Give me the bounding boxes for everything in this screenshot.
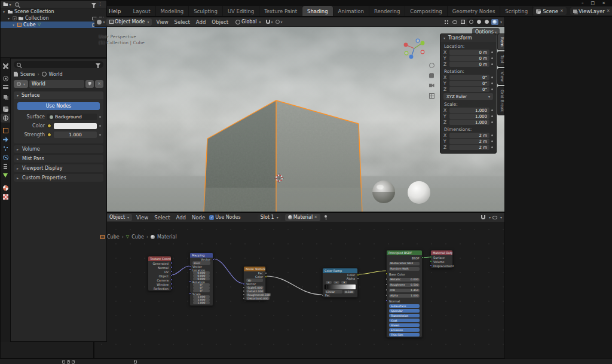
overlays-dropdown-icon[interactable]: ▾ (500, 215, 502, 219)
input-socket[interactable] (243, 283, 245, 285)
node-subpanel[interactable]: Thin Film (389, 333, 420, 337)
maximize-button[interactable]: □ (591, 1, 595, 5)
outliner-row-cube[interactable]: ▾ Cube ▽ (1, 22, 106, 28)
input-socket[interactable] (243, 286, 245, 289)
viewport-menu[interactable]: Add (193, 19, 209, 25)
show-gizmo-icon[interactable] (442, 19, 451, 26)
decorator-dot[interactable] (491, 115, 493, 117)
input-socket[interactable] (189, 265, 191, 268)
node-subpanel[interactable]: Coat (389, 319, 420, 322)
dimension-field[interactable]: 2 m (449, 139, 489, 144)
node-subpanel[interactable]: Emission (389, 328, 420, 332)
ortho-grid-icon[interactable] (427, 91, 436, 100)
tab-scene[interactable] (1, 105, 10, 114)
decorator-dot[interactable] (491, 63, 493, 65)
input-socket[interactable] (243, 290, 245, 292)
input-socket[interactable] (322, 294, 324, 296)
viewport-menu[interactable]: Object (209, 19, 231, 25)
color-ramp-gradient[interactable] (325, 285, 356, 289)
tab-particles[interactable] (1, 144, 10, 153)
workspace-tab[interactable]: Rendering (369, 6, 405, 16)
shader-editor-menu[interactable]: Select (151, 215, 173, 221)
location-field[interactable]: 0 m (449, 62, 489, 67)
dimension-field[interactable]: 2 m (449, 145, 489, 150)
output-socket[interactable] (357, 277, 359, 280)
shader-type-dropdown[interactable]: Object▾ (106, 214, 132, 221)
outliner-row-scene-collection[interactable]: ▾ Scene Collection (1, 8, 106, 15)
position-field[interactable]: 0.500 (344, 290, 354, 293)
strength-socket-icon[interactable] (47, 133, 51, 137)
rotation-mode-dropdown[interactable]: XYZ Euler▾ (443, 93, 493, 100)
scale-field[interactable]: 1.000 (449, 108, 489, 113)
collapsed-panel[interactable]: ▸Mist Pass (14, 155, 103, 163)
output-socket[interactable] (265, 276, 267, 278)
snap-toggle[interactable] (479, 214, 488, 221)
gizmo-y-neg[interactable] (405, 51, 408, 55)
collapsed-panel[interactable]: ▸Viewport Display (14, 164, 103, 172)
shader-editor[interactable]: ▾ Object▾ ViewSelectAddNode ✓ Use Nodes … (94, 212, 505, 359)
input-socket[interactable] (430, 260, 432, 262)
shading-dropdown-icon[interactable]: ▾ (500, 20, 502, 24)
world-name-field[interactable]: World (29, 80, 84, 88)
overlays-icon[interactable] (451, 19, 459, 26)
decorator-dot[interactable] (99, 134, 101, 136)
decorator-dot[interactable] (491, 146, 493, 148)
decorator-dot[interactable] (491, 82, 493, 84)
tab-object-data[interactable] (1, 171, 10, 180)
color-socket-icon[interactable] (47, 124, 51, 128)
unlink-world-button[interactable]: × (95, 80, 103, 88)
browse-world-button[interactable]: ▾ (14, 80, 28, 88)
tab-material[interactable] (1, 183, 10, 192)
scale-field[interactable]: 1.000 (449, 120, 489, 125)
material-datablock[interactable]: Material × (285, 214, 320, 221)
shader-editor-menu[interactable]: View (133, 215, 151, 221)
overlays-icon[interactable] (491, 214, 499, 221)
camera-view-icon[interactable] (427, 81, 436, 90)
input-socket[interactable] (430, 256, 432, 258)
ramp-stop[interactable] (356, 284, 357, 290)
node-texture-coordinate[interactable]: Texture Coordinate GeneratedNormalUVObje… (148, 256, 172, 291)
slider-field[interactable]: Metallic0.000 (389, 278, 420, 282)
decorator-dot[interactable] (491, 134, 493, 136)
slider-field[interactable]: Roughness0.500 (389, 283, 420, 287)
filter-icon[interactable] (96, 63, 100, 66)
topbar-menu[interactable]: Help (105, 8, 125, 14)
ramp-stop[interactable] (326, 284, 327, 290)
workspace-tab[interactable]: Modeling (156, 6, 189, 16)
tab-object[interactable] (1, 126, 10, 135)
collapsed-panel[interactable]: ▸Volume (14, 145, 103, 153)
shading-material-icon[interactable] (484, 19, 491, 25)
scale-field[interactable]: 1.000 (449, 114, 489, 119)
output-socket[interactable] (170, 266, 173, 268)
input-socket[interactable] (385, 278, 388, 280)
node-mapping[interactable]: Mapping Vector Point Vector Location 0.0… (189, 252, 213, 306)
shading-rendered-icon[interactable] (491, 19, 498, 25)
location-field[interactable]: 0 m (449, 50, 489, 55)
decorator-dot[interactable] (99, 116, 101, 118)
node-subpanel[interactable]: Sheen (389, 323, 420, 327)
ramp-options-dropdown[interactable]: ▾ (341, 281, 347, 284)
workspace-tab[interactable]: Texture Paint (259, 6, 302, 16)
properties-search-input[interactable] (23, 62, 94, 68)
surface-panel-header[interactable]: ▾Surface (14, 91, 103, 99)
search-icon[interactable] (13, 1, 21, 8)
output-socket[interactable] (170, 270, 173, 273)
node-canvas[interactable]: Cube › ▽ Cube › Material Texture Coordin… (94, 222, 504, 358)
gizmo-y-axis[interactable] (421, 41, 425, 45)
shading-solid-icon[interactable] (476, 19, 483, 25)
editor-type-icon[interactable]: ▾ (97, 19, 105, 26)
output-socket[interactable] (421, 256, 424, 259)
workspace-tab[interactable]: Compositing (405, 6, 447, 16)
collapsed-panel[interactable]: ▸Custom Properties (14, 174, 103, 182)
output-socket[interactable] (212, 258, 215, 261)
input-socket[interactable] (385, 273, 388, 275)
viewlayer-selector[interactable]: ViewLayer × (570, 7, 612, 15)
scene-selector[interactable]: Scene × (533, 7, 567, 15)
rotation-field[interactable]: 0° (449, 75, 489, 80)
snap-toggle[interactable]: ▾ (265, 19, 274, 26)
decorator-dot[interactable] (99, 125, 101, 127)
shading-wireframe-icon[interactable] (468, 19, 475, 25)
gizmo-z-neg[interactable] (416, 39, 420, 42)
expand-icon[interactable]: ▾ (8, 16, 10, 20)
pan-hand-icon[interactable] (427, 71, 436, 80)
